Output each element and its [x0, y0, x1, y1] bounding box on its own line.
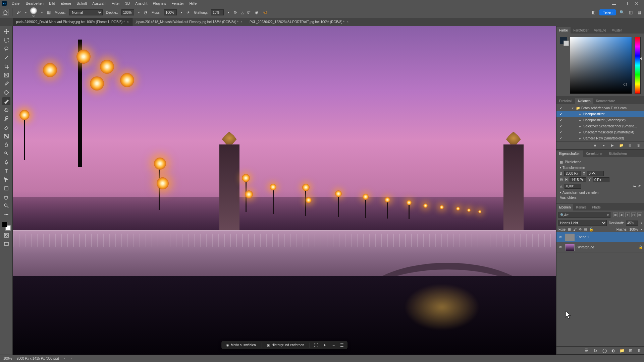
- record-icon[interactable]: ●: [601, 143, 606, 148]
- more-tools[interactable]: [2, 210, 10, 219]
- close-tab-icon[interactable]: ×: [127, 20, 129, 24]
- crop-tool[interactable]: [2, 62, 10, 70]
- layer-blend-select[interactable]: Hartes Licht: [558, 220, 607, 226]
- filter-smart-icon[interactable]: ◫: [637, 213, 642, 217]
- close-tab-icon[interactable]: ×: [240, 20, 243, 24]
- layer-row[interactable]: 👁 Ebene 1: [556, 232, 644, 242]
- canvas[interactable]: ◉Motiv auswählen ▣Hintergrund entfernen …: [13, 26, 556, 355]
- window-maximize[interactable]: [623, 1, 628, 5]
- action-item[interactable]: ✓▸ Hochpassfilter (Smartobjekt): [556, 117, 644, 123]
- share-button[interactable]: Teilen: [599, 9, 616, 15]
- wand-tool[interactable]: [2, 54, 10, 62]
- adjustment-icon[interactable]: ◐: [610, 348, 616, 353]
- action-item[interactable]: ✓▸ Selektiver Scharfzeichner (Smarto...: [556, 123, 644, 129]
- filter-adjust-icon[interactable]: ◐: [619, 213, 624, 217]
- stamp-tool[interactable]: [2, 106, 10, 114]
- search-icon[interactable]: 🔍: [619, 10, 625, 15]
- lock-pos-icon[interactable]: ✥: [579, 227, 582, 232]
- stop-icon[interactable]: ■: [592, 143, 598, 148]
- brush-preview[interactable]: [30, 7, 37, 14]
- fill-value[interactable]: 100%: [629, 228, 638, 231]
- move-tool[interactable]: [2, 27, 10, 36]
- select-subject-button[interactable]: ◉Motiv auswählen: [224, 342, 258, 348]
- tab-bibliotheken[interactable]: Bibliotheken: [606, 150, 630, 157]
- layer-thumb[interactable]: [565, 234, 575, 241]
- menu-schrift[interactable]: Schrift: [74, 1, 89, 6]
- arrange-icon[interactable]: ▦: [637, 10, 642, 15]
- filter-pixel-icon[interactable]: ▦: [613, 213, 618, 217]
- fill-dd[interactable]: ▾: [641, 228, 642, 231]
- layer-row[interactable]: 👁 Hintergrund 🔒: [556, 242, 644, 252]
- flip-h-icon[interactable]: ⇋: [633, 184, 636, 188]
- tab-muster[interactable]: Muster: [609, 27, 625, 34]
- opacity-value[interactable]: 100%: [121, 9, 134, 15]
- history-brush-tool[interactable]: [2, 115, 10, 123]
- chevron-right-icon[interactable]: ›: [64, 357, 65, 360]
- action-folder[interactable]: ✓ ▾📁 Fotos schärfen von TutKit.com: [556, 105, 644, 111]
- brush-dropdown[interactable]: ▾: [41, 11, 43, 14]
- doc-dimensions[interactable]: 2000 Px x 1415 Px (300 ppi): [17, 357, 59, 360]
- remove-bg-button[interactable]: ▣Hintergrund entfernen: [265, 342, 306, 348]
- height-field[interactable]: 1415 Px: [570, 177, 586, 182]
- mask-icon[interactable]: ◯: [602, 348, 607, 353]
- menu-ebene[interactable]: Ebene: [58, 1, 73, 6]
- angle-value[interactable]: 0°: [247, 11, 251, 14]
- home-button[interactable]: [2, 9, 9, 16]
- menu-hilfe[interactable]: Hilfe: [187, 1, 199, 6]
- airbrush-icon[interactable]: ✈: [185, 10, 191, 15]
- tab-farbe[interactable]: Farbe: [556, 27, 571, 34]
- opacity-dd[interactable]: ▾: [641, 222, 642, 225]
- action-item[interactable]: ✓▸ Hochpassfilter: [556, 111, 644, 117]
- flow-dropdown[interactable]: ▾: [181, 11, 182, 14]
- flip-v-icon[interactable]: ⇵: [638, 184, 641, 188]
- menu-3d[interactable]: 3D: [123, 1, 132, 6]
- brush-panel-toggle[interactable]: ▦: [46, 10, 51, 15]
- filter-shape-icon[interactable]: ▢: [631, 213, 636, 217]
- transform-section[interactable]: ▾Transformieren: [560, 166, 641, 170]
- action-item[interactable]: ✓▸ Camera Raw (Smartobjekt): [556, 135, 644, 141]
- doc-tab-3[interactable]: PXL_20230422_122623454.PORTRAIT.jpg bei …: [246, 18, 352, 26]
- doc-tab-2[interactable]: japan-2014618_Masashi Wakui auf Pixabay.…: [132, 18, 246, 26]
- foreground-swatch[interactable]: [560, 37, 567, 44]
- smoothing-value[interactable]: 10%: [211, 9, 224, 15]
- screenmode-toggle[interactable]: [2, 240, 10, 248]
- menu-ansicht[interactable]: Ansicht: [133, 1, 150, 6]
- tool-preset-dropdown[interactable]: ▾: [25, 11, 26, 14]
- layer-thumb[interactable]: [565, 244, 575, 251]
- lock-all-icon[interactable]: 🔒: [589, 227, 594, 232]
- pressure-opacity-icon[interactable]: ◔: [143, 10, 148, 15]
- lock-trans-icon[interactable]: ▦: [568, 227, 571, 232]
- flow-value[interactable]: 100%: [164, 9, 177, 15]
- blur-tool[interactable]: [2, 141, 10, 149]
- smoothing-dropdown[interactable]: ▾: [228, 11, 229, 14]
- pen-tool[interactable]: [2, 158, 10, 166]
- tab-kanale[interactable]: Kanäle: [573, 204, 589, 210]
- tab-aktionen[interactable]: Aktionen: [575, 98, 593, 104]
- width-field[interactable]: 2000 Px: [564, 171, 581, 176]
- tab-kommentare[interactable]: Kommentare: [593, 98, 618, 104]
- menu-plugins[interactable]: Plug-ins: [150, 1, 168, 6]
- layer-name[interactable]: Hintergrund: [577, 245, 594, 249]
- quickmask-toggle[interactable]: [2, 231, 10, 239]
- layer-filter[interactable]: 🔍 Art ▾: [558, 212, 610, 218]
- eyedropper-tool[interactable]: [2, 80, 10, 88]
- shape-tool[interactable]: [2, 184, 10, 192]
- menu-bearbeiten[interactable]: Bearbeiten: [23, 1, 46, 6]
- x-field[interactable]: 0 Px: [587, 171, 604, 176]
- tab-farbfelder[interactable]: Farbfelder: [571, 27, 591, 34]
- group-icon[interactable]: 📁: [619, 348, 625, 353]
- type-tool[interactable]: [2, 167, 10, 175]
- tab-verlaufe[interactable]: Verläufe: [591, 27, 609, 34]
- blend-mode-select[interactable]: Normal: [69, 9, 103, 15]
- brush-tool[interactable]: [2, 97, 10, 105]
- tab-ebenen[interactable]: Ebenen: [556, 204, 573, 210]
- tab-korrekturen[interactable]: Korrekturen: [583, 150, 606, 157]
- angle-field[interactable]: 0,00°: [565, 184, 581, 189]
- tab-eigenschaften[interactable]: Eigenschaften: [556, 150, 583, 157]
- trash-icon[interactable]: 🗑: [637, 348, 642, 353]
- menu-bild[interactable]: Bild: [47, 1, 57, 6]
- layer-name[interactable]: Ebene 1: [577, 235, 589, 239]
- gradient-tool[interactable]: [2, 132, 10, 140]
- opacity-dropdown[interactable]: ▾: [138, 11, 140, 14]
- link-layers-icon[interactable]: ⛓: [584, 348, 590, 353]
